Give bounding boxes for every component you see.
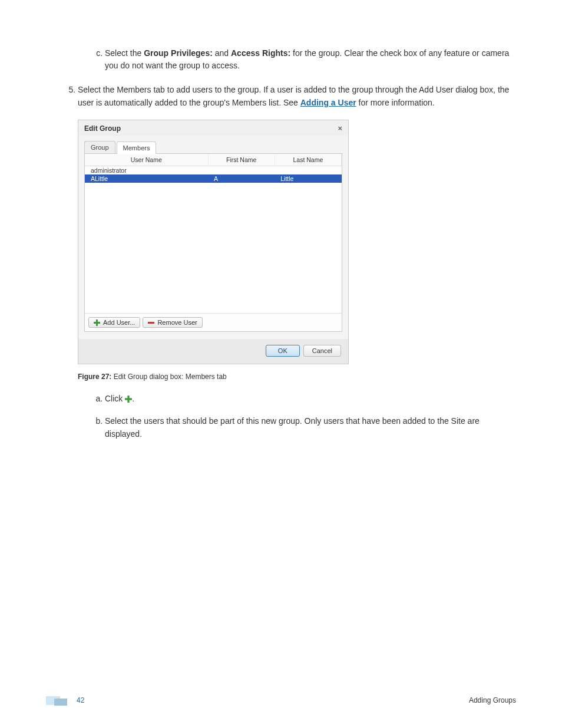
page-footer: 42 Adding Groups — [46, 695, 516, 706]
plus-icon — [94, 319, 100, 326]
dialog-title: Edit Group — [84, 124, 121, 133]
add-user-label: Add User... — [103, 319, 135, 326]
step-c-prefix: Select the — [105, 48, 144, 58]
substeps-after-figure: Click . Select the users that should be … — [46, 393, 516, 440]
remove-user-label: Remove User — [157, 319, 197, 326]
svg-rect-1 — [94, 322, 100, 324]
substep-b-text: Select the users that should be part of … — [105, 416, 480, 439]
footer-logo — [46, 695, 72, 706]
cancel-button[interactable]: Cancel — [303, 345, 341, 357]
dialog-footer: OK Cancel — [78, 339, 348, 364]
svg-rect-4 — [125, 398, 132, 400]
cell-user: ALittle — [85, 174, 208, 183]
remove-user-button[interactable]: Remove User — [143, 317, 202, 328]
tab-members[interactable]: Members — [117, 141, 157, 154]
tab-group[interactable]: Group — [84, 141, 115, 153]
step-c: Select the Group Privileges: and Access … — [105, 47, 516, 72]
edit-group-dialog: Edit Group × Group Members User Name Fir… — [78, 120, 349, 364]
table-empty-area — [85, 183, 342, 313]
steps-numeric: Select the Members tab to add users to t… — [46, 84, 516, 109]
col-user-name[interactable]: User Name — [85, 154, 208, 166]
plus-icon — [125, 394, 132, 407]
add-user-button[interactable]: Add User... — [88, 317, 140, 328]
substep-b: Select the users that should be part of … — [105, 415, 516, 440]
footer-left: 42 — [46, 695, 84, 706]
members-table: User Name First Name Last Name administr… — [85, 154, 342, 183]
figure-text: Edit Group dialog box: Members tab — [111, 373, 226, 381]
substep-a-text: Click — [105, 394, 125, 403]
members-table-wrap: User Name First Name Last Name administr… — [84, 154, 342, 332]
step-c-bold2: Access Rights: — [231, 48, 290, 58]
page-number: 42 — [77, 696, 84, 704]
cell-first: A — [208, 174, 275, 183]
footer-section: Adding Groups — [469, 696, 516, 704]
col-last-name[interactable]: Last Name — [275, 154, 341, 166]
substep-a-suffix: . — [132, 394, 134, 403]
cell-user: administrator — [85, 166, 208, 175]
step-5-suffix: for more information. — [356, 98, 435, 107]
close-icon[interactable]: × — [338, 124, 342, 133]
page-content: Select the Group Privileges: and Access … — [0, 0, 562, 440]
cell-last — [275, 166, 341, 175]
figure-label: Figure 27: — [78, 373, 111, 381]
table-header-row: User Name First Name Last Name — [85, 154, 342, 166]
col-first-name[interactable]: First Name — [208, 154, 275, 166]
step-c-mid: and — [213, 48, 231, 58]
step-c-bold1: Group Privileges: — [144, 48, 213, 58]
dialog-tabs: Group Members — [84, 141, 342, 154]
substeps-alpha: Select the Group Privileges: and Access … — [46, 47, 516, 72]
figure-caption: Figure 27: Edit Group dialog box: Member… — [78, 373, 516, 381]
table-toolbar: Add User... Remove User — [85, 313, 342, 331]
step-5: Select the Members tab to add users to t… — [78, 84, 516, 109]
cell-first — [208, 166, 275, 175]
minus-icon — [148, 319, 154, 326]
svg-rect-2 — [148, 322, 154, 324]
dialog-header: Edit Group × — [78, 120, 348, 136]
table-row[interactable]: administrator — [85, 166, 342, 175]
ok-button[interactable]: OK — [266, 345, 300, 357]
adding-a-user-link[interactable]: Adding a User — [300, 98, 356, 107]
table-row[interactable]: ALittle A Little — [85, 174, 342, 183]
dialog-body: Group Members User Name First Name Last … — [78, 136, 348, 339]
substep-a: Click . — [105, 393, 516, 407]
cell-last: Little — [275, 174, 341, 183]
step-5-prefix: Select the Members tab to add users to t… — [78, 85, 509, 107]
